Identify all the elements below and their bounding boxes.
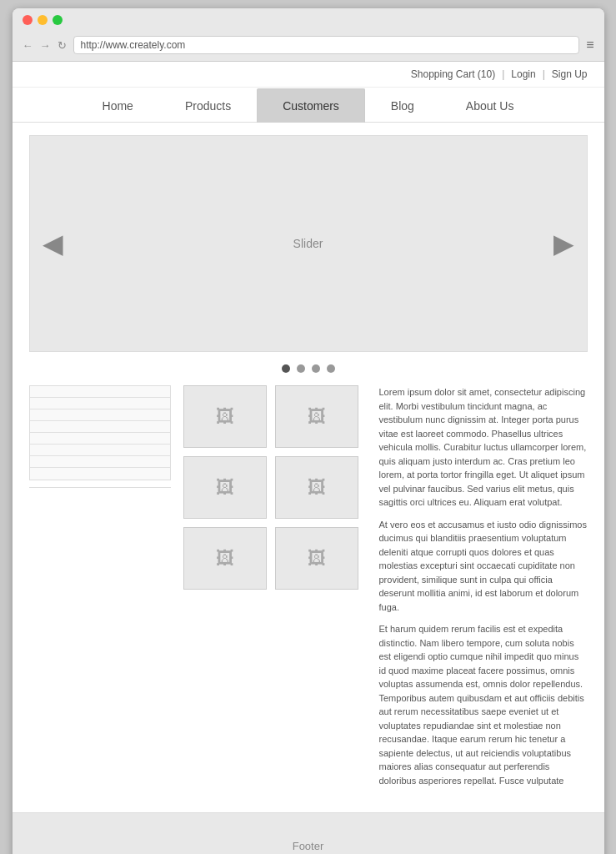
slider-section: ◀ Slider ▶	[29, 135, 588, 352]
browser-toolbar: ← → ↻ ≡	[13, 32, 604, 61]
sidebar-line-2	[30, 398, 170, 409]
nav-item-products[interactable]: Products	[159, 88, 257, 123]
image-2: 🖼	[275, 385, 358, 448]
nav-item-home[interactable]: Home	[77, 88, 159, 123]
left-sidebar	[29, 385, 171, 787]
maximize-button[interactable]	[53, 15, 63, 25]
address-bar[interactable]	[73, 36, 580, 54]
browser-window: ← → ↻ ≡ Shopping Cart (10) | Login | Sig…	[13, 8, 604, 854]
image-4: 🖼	[275, 456, 358, 519]
image-3: 🖼	[183, 456, 267, 519]
slider-dot-2[interactable]	[297, 364, 305, 373]
slider-next-button[interactable]: ▶	[553, 228, 574, 259]
image-icon-1: 🖼	[216, 406, 234, 428]
refresh-button[interactable]: ↻	[58, 39, 67, 52]
nav-item-blog[interactable]: Blog	[365, 88, 440, 123]
grid-row-3: 🖼 🖼	[183, 527, 367, 590]
sidebar-line-5	[30, 433, 170, 445]
nav-item-about[interactable]: About Us	[440, 88, 540, 123]
top-bar: Shopping Cart (10) | Login | Sign Up	[13, 62, 604, 88]
grid-row-1: 🖼 🖼	[183, 385, 367, 448]
image-icon-4: 🖼	[308, 477, 326, 499]
sidebar-line-6	[30, 445, 170, 456]
grid-row-2: 🖼 🖼	[183, 456, 367, 519]
slider-dot-4[interactable]	[327, 364, 335, 373]
sidebar-list-box	[29, 385, 171, 480]
separator-2: |	[543, 68, 545, 80]
image-icon-6: 🖼	[308, 548, 326, 570]
sidebar-line-4	[30, 421, 170, 433]
right-text-area: Lorem ipsum dolor sit amet, consectetur …	[379, 385, 588, 787]
image-icon-3: 🖼	[216, 477, 234, 499]
body-paragraph-2: At vero eos et accusamus et iusto odio d…	[379, 518, 588, 615]
sidebar-spacer	[29, 487, 171, 537]
main-content: 🖼 🖼 🖼 🖼 🖼	[13, 385, 604, 804]
menu-icon[interactable]: ≡	[586, 38, 593, 53]
body-paragraph-1: Lorem ipsum dolor sit amet, consectetur …	[379, 385, 588, 510]
nav-menu: Home Products Customers Blog About Us	[13, 88, 604, 123]
browser-chrome: ← → ↻ ≡	[13, 8, 604, 62]
separator-1: |	[502, 68, 504, 80]
slider-dots	[13, 364, 604, 373]
page-content: Shopping Cart (10) | Login | Sign Up Hom…	[13, 62, 604, 854]
image-5: 🖼	[183, 527, 267, 590]
nav-item-customers[interactable]: Customers	[257, 88, 365, 123]
slider-dot-3[interactable]	[312, 364, 320, 373]
slider-label: Slider	[293, 237, 323, 250]
image-icon-2: 🖼	[308, 406, 326, 428]
browser-titlebar	[13, 8, 604, 32]
image-1: 🖼	[183, 385, 267, 448]
sidebar-line-1	[30, 386, 170, 398]
signup-link[interactable]: Sign Up	[552, 68, 588, 80]
top-bar-links: Shopping Cart (10) | Login | Sign Up	[411, 68, 588, 80]
forward-button[interactable]: →	[40, 39, 51, 52]
back-button[interactable]: ←	[23, 39, 33, 52]
slider-dot-1[interactable]	[282, 364, 290, 373]
image-6: 🖼	[275, 527, 358, 590]
body-paragraph-3: Et harum quidem rerum facilis est et exp…	[379, 622, 588, 787]
close-button[interactable]	[23, 15, 33, 25]
slider-prev-button[interactable]: ◀	[43, 228, 63, 259]
middle-grid: 🖼 🖼 🖼 🖼 🖼	[183, 385, 367, 787]
login-link[interactable]: Login	[511, 68, 535, 80]
cart-link[interactable]: Shopping Cart (10)	[411, 68, 495, 80]
footer: Footer	[13, 812, 604, 854]
minimize-button[interactable]	[38, 15, 48, 25]
footer-label: Footer	[293, 840, 324, 852]
sidebar-line-3	[30, 409, 170, 421]
sidebar-line-7	[30, 456, 170, 468]
sidebar-line-8	[30, 468, 170, 480]
image-icon-5: 🖼	[216, 548, 234, 570]
